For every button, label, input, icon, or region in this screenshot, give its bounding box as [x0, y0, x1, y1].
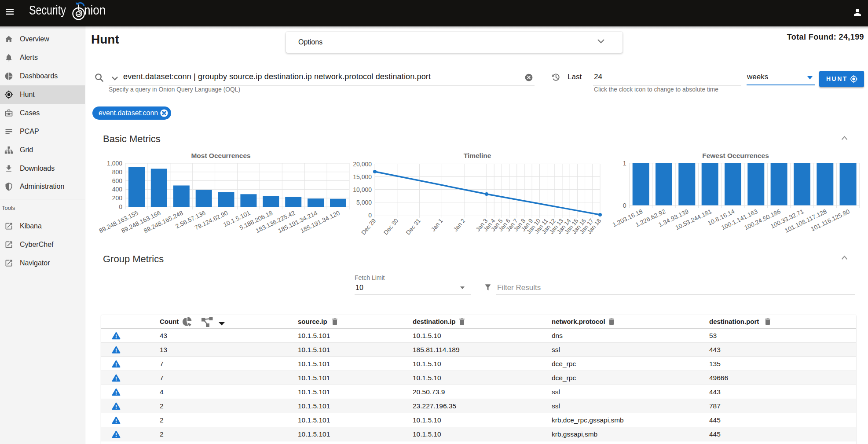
svg-text:Dec 29: Dec 29 — [360, 217, 377, 236]
svg-text:200: 200 — [112, 194, 123, 202]
svg-text:Jan 1: Jan 1 — [430, 217, 444, 233]
svg-text:Timeline: Timeline — [464, 152, 491, 159]
svg-text:800: 800 — [112, 169, 123, 176]
svg-text:0: 0 — [623, 202, 626, 209]
svg-text:400: 400 — [112, 186, 123, 193]
svg-text:Jan 2: Jan 2 — [452, 217, 467, 233]
svg-text:5,000: 5,000 — [356, 199, 372, 206]
svg-text:20,000: 20,000 — [353, 161, 372, 168]
svg-text:1: 1 — [623, 160, 626, 167]
svg-text:15,000: 15,000 — [353, 173, 372, 180]
svg-text:Most Occurrences: Most Occurrences — [191, 152, 250, 159]
svg-text:600: 600 — [112, 177, 123, 184]
svg-text:101.116.125.80: 101.116.125.80 — [809, 208, 851, 233]
svg-text:Dec 30: Dec 30 — [382, 217, 399, 236]
svg-text:0: 0 — [119, 203, 122, 210]
svg-text:Fewest Occurrences: Fewest Occurrences — [702, 152, 769, 159]
svg-text:0: 0 — [368, 212, 372, 219]
svg-text:1,000: 1,000 — [107, 160, 122, 167]
svg-text:Dec 31: Dec 31 — [405, 217, 422, 236]
svg-text:10,000: 10,000 — [353, 186, 372, 193]
